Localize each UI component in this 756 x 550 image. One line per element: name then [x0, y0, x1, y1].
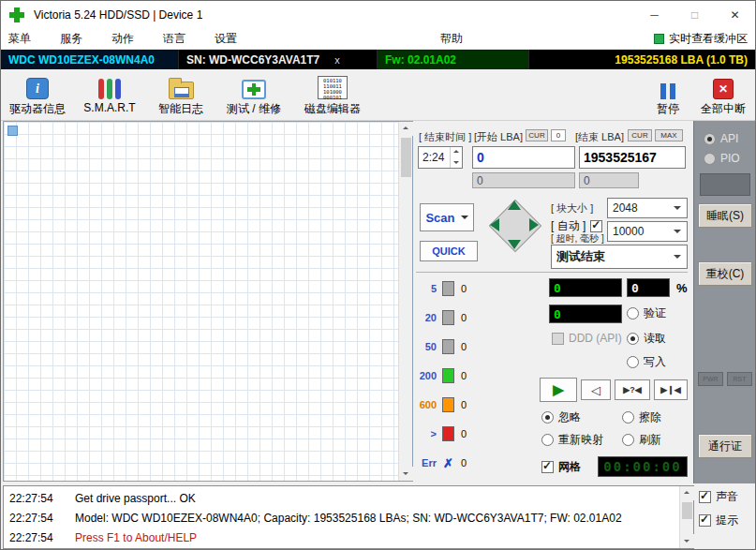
checkbox-icon[interactable]	[541, 461, 554, 473]
buffer-view-toggle[interactable]: 实时查看缓冲区	[654, 31, 748, 47]
grid-scrollbar[interactable]	[398, 122, 412, 481]
end-time-spinner[interactable]: 2:24	[418, 146, 463, 169]
scroll-down-icon[interactable]	[399, 467, 413, 481]
stat-row-600: 6000	[414, 396, 467, 413]
spinner-down-icon[interactable]	[451, 157, 463, 168]
action-erase-radio[interactable]: 擦除	[622, 409, 661, 425]
cur-start-button[interactable]: CUR	[526, 129, 548, 141]
dpad-up-icon[interactable]	[508, 201, 521, 210]
sleep-button[interactable]: 睡眠(S)	[698, 203, 752, 228]
mode-read-radio[interactable]: 读取	[627, 331, 666, 347]
radio-icon[interactable]	[627, 356, 639, 368]
abort-all-button[interactable]: ✕ 全部中断	[696, 72, 750, 117]
checkbox-icon[interactable]	[699, 514, 711, 527]
dpad-left-icon[interactable]	[490, 218, 499, 231]
test-repair-button[interactable]: 测试 / 维修	[223, 72, 285, 117]
grid-checkbox[interactable]: 网格	[541, 459, 581, 475]
maximize-button[interactable]: □	[674, 1, 715, 29]
menu-actions[interactable]: 动作	[111, 31, 134, 47]
timeout-select[interactable]: 10000	[607, 221, 688, 242]
block-size-select[interactable]: 2048	[607, 198, 688, 218]
buffer-led-icon	[654, 34, 664, 44]
log-line: 22:27:54 Get drive passport... OK	[4, 489, 196, 508]
scroll-thumb[interactable]	[682, 502, 692, 519]
end-lba-input[interactable]: 1953525167	[579, 146, 686, 169]
back-button[interactable]: ◁	[581, 379, 611, 400]
after-test-select[interactable]: 测试结束	[551, 245, 688, 269]
max-button[interactable]: MAX	[655, 129, 683, 141]
abort-x-icon: ✕	[713, 79, 734, 99]
start-test-button[interactable]: ▶	[540, 378, 577, 402]
scroll-up-icon[interactable]	[680, 486, 694, 500]
sound-checkbox[interactable]: 声音	[699, 489, 738, 505]
rst-button[interactable]: RST	[727, 372, 752, 386]
passport-button[interactable]: 通行证	[698, 434, 752, 458]
main-area: [ 结束时间 ] [开始 LBA] CUR 0 [结束 LBA] CUR MAX…	[1, 121, 755, 483]
status-panel	[700, 173, 750, 196]
spinner-up-icon[interactable]	[451, 147, 463, 157]
radio-icon[interactable]	[627, 307, 639, 320]
menu-settings[interactable]: 设置	[215, 31, 237, 47]
menu-main[interactable]: 菜单	[8, 31, 31, 47]
error-x-icon: ✗	[442, 456, 454, 470]
radio-icon[interactable]	[622, 411, 634, 424]
dpad-right-icon[interactable]	[529, 218, 539, 231]
test-block-cell	[7, 126, 18, 136]
hints-checkbox[interactable]: 提示	[699, 513, 738, 528]
log-scrollbar[interactable]	[679, 486, 693, 548]
menu-bar: 菜单 服务 动作 语言 设置 帮助 实时查看缓冲区	[1, 29, 755, 50]
action-remap-radio[interactable]: 重新映射	[541, 432, 603, 448]
ddd-api-checkbox[interactable]: DDD (API)	[552, 332, 622, 345]
menu-service[interactable]: 服务	[60, 31, 82, 47]
stat-block-icon	[442, 281, 454, 296]
radio-icon[interactable]	[541, 434, 554, 446]
api-radio[interactable]: API	[704, 132, 738, 145]
drive-info-button[interactable]: i 驱动器信息	[7, 72, 68, 117]
radio-icon[interactable]	[704, 133, 716, 145]
smart-thermometers-icon	[98, 79, 121, 99]
mode-write-radio[interactable]: 写入	[627, 354, 666, 370]
menu-help[interactable]: 帮助	[440, 31, 463, 47]
radio-icon[interactable]	[622, 434, 634, 446]
smart-log-button[interactable]: 智能日志	[153, 72, 209, 117]
end-time-label: [ 结束时间 ]	[419, 130, 471, 144]
radio-icon[interactable]	[541, 411, 554, 424]
scroll-thumb[interactable]	[401, 138, 411, 177]
stat-row-20: 200	[414, 309, 467, 326]
device-serial-tab[interactable]: SN: WD-WCC6Y3AVA1T7 x	[179, 50, 378, 69]
radio-icon[interactable]	[627, 333, 639, 345]
smart-button[interactable]: S.M.A.R.T	[81, 72, 139, 114]
mode-verify-radio[interactable]: 验证	[627, 305, 666, 321]
disk-editor-button[interactable]: 010110 110011 101000 000101 磁盘编辑器	[299, 72, 366, 117]
menu-language[interactable]: 语言	[163, 31, 185, 47]
start-lba-label: [开始 LBA]	[474, 130, 523, 144]
pio-radio[interactable]: PIO	[704, 152, 740, 165]
scan-dropdown-button[interactable]: Scan	[420, 203, 474, 231]
dpad-down-icon[interactable]	[508, 240, 521, 249]
seek-question-button[interactable]: ▶?◀	[615, 379, 650, 400]
end-lba-label: [结束 LBA]	[575, 130, 624, 144]
scroll-up-icon[interactable]	[399, 122, 413, 136]
cur-end-button[interactable]: CUR	[628, 129, 652, 141]
auto-check-icon[interactable]	[590, 220, 602, 232]
device-model: WDC WD10EZEX-08WN4A0	[1, 50, 179, 69]
scroll-down-icon[interactable]	[680, 534, 694, 548]
radio-icon[interactable]	[704, 153, 716, 165]
close-button[interactable]: ✕	[715, 1, 755, 29]
stat-block-icon	[442, 426, 454, 441]
checkbox-icon[interactable]	[552, 333, 564, 345]
action-refresh-radio[interactable]: 刷新	[622, 432, 661, 448]
test-block-grid[interactable]	[4, 122, 398, 481]
minimize-button[interactable]: ─	[634, 1, 674, 29]
pwr-button[interactable]: PWR	[698, 372, 723, 386]
pause-button[interactable]: 暂停	[645, 72, 690, 117]
checkbox-icon[interactable]	[699, 491, 711, 503]
step-button[interactable]: ▶❙◀	[654, 379, 688, 400]
action-ignore-radio[interactable]: 忽略	[541, 409, 581, 425]
start-lba-input[interactable]: 0	[472, 146, 575, 169]
tab-close-icon[interactable]: x	[334, 54, 340, 66]
quick-button[interactable]: QUICK	[420, 241, 478, 261]
device-serial: SN: WD-WCC6Y3AVA1T7	[186, 53, 319, 67]
device-info-bar: WDC WD10EZEX-08WN4A0 SN: WD-WCC6Y3AVA1T7…	[1, 50, 755, 69]
recalibrate-button[interactable]: 重校(C)	[698, 261, 752, 286]
